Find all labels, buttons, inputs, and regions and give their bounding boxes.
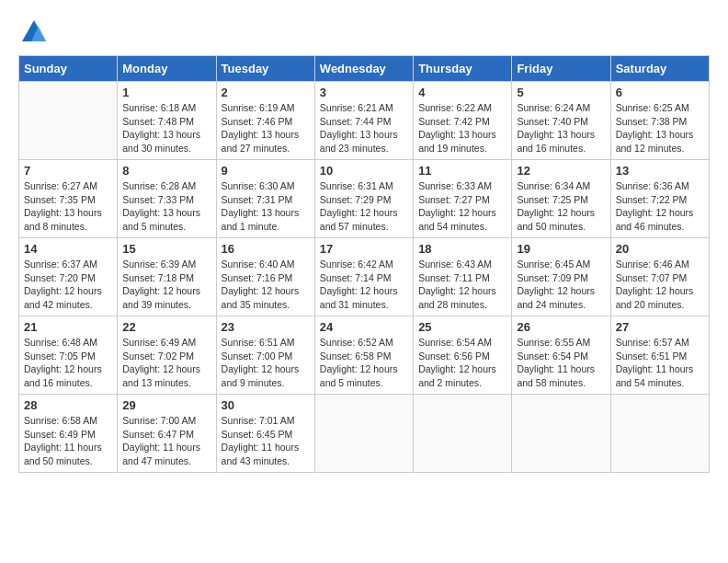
calendar-cell: 18Sunrise: 6:43 AM Sunset: 7:11 PM Dayli… [414, 238, 512, 316]
day-info: Sunrise: 6:21 AM Sunset: 7:44 PM Dayligh… [320, 101, 408, 155]
calendar-cell: 20Sunrise: 6:46 AM Sunset: 7:07 PM Dayli… [610, 238, 709, 316]
day-number: 9 [222, 164, 310, 178]
day-number: 20 [616, 242, 704, 256]
day-number: 5 [517, 86, 605, 99]
col-header-thursday: Thursday [414, 56, 512, 82]
calendar-cell: 27Sunrise: 6:57 AM Sunset: 6:51 PM Dayli… [610, 316, 709, 395]
calendar-week-row: 7Sunrise: 6:27 AM Sunset: 7:35 PM Daylig… [19, 160, 710, 238]
day-info: Sunrise: 6:24 AM Sunset: 7:40 PM Dayligh… [517, 101, 605, 155]
calendar-cell [314, 395, 413, 473]
day-number: 16 [222, 242, 310, 256]
day-number: 22 [122, 320, 210, 334]
day-info: Sunrise: 6:34 AM Sunset: 7:25 PM Dayligh… [517, 179, 605, 234]
col-header-sunday: Sunday [19, 56, 118, 82]
day-number: 27 [616, 320, 704, 334]
day-info: Sunrise: 6:51 AM Sunset: 7:00 PM Dayligh… [222, 336, 310, 390]
calendar-cell: 14Sunrise: 6:37 AM Sunset: 7:20 PM Dayli… [19, 238, 118, 316]
calendar-cell: 12Sunrise: 6:34 AM Sunset: 7:25 PM Dayli… [512, 160, 610, 238]
calendar-cell [19, 82, 118, 160]
day-number: 1 [122, 86, 210, 99]
col-header-tuesday: Tuesday [216, 56, 314, 82]
calendar-cell [610, 395, 709, 473]
calendar-cell: 5Sunrise: 6:24 AM Sunset: 7:40 PM Daylig… [512, 82, 610, 160]
calendar-cell: 25Sunrise: 6:54 AM Sunset: 6:56 PM Dayli… [414, 316, 512, 395]
day-number: 23 [222, 320, 310, 334]
calendar-table: SundayMondayTuesdayWednesdayThursdayFrid… [18, 55, 710, 473]
day-number: 25 [418, 320, 506, 334]
day-number: 18 [418, 242, 506, 256]
calendar-cell: 7Sunrise: 6:27 AM Sunset: 7:35 PM Daylig… [19, 160, 118, 238]
calendar-cell: 24Sunrise: 6:52 AM Sunset: 6:58 PM Dayli… [314, 316, 413, 395]
day-number: 14 [24, 242, 112, 256]
calendar-cell: 29Sunrise: 7:00 AM Sunset: 6:47 PM Dayli… [118, 395, 216, 473]
day-info: Sunrise: 6:22 AM Sunset: 7:42 PM Dayligh… [418, 101, 506, 155]
calendar-cell: 16Sunrise: 6:40 AM Sunset: 7:16 PM Dayli… [216, 238, 314, 316]
calendar-cell: 15Sunrise: 6:39 AM Sunset: 7:18 PM Dayli… [118, 238, 216, 316]
day-number: 2 [222, 86, 310, 99]
day-number: 10 [320, 164, 408, 178]
day-number: 3 [320, 86, 408, 99]
day-info: Sunrise: 6:30 AM Sunset: 7:31 PM Dayligh… [222, 179, 310, 234]
calendar-cell: 3Sunrise: 6:21 AM Sunset: 7:44 PM Daylig… [314, 82, 413, 160]
day-number: 15 [122, 242, 210, 256]
col-header-friday: Friday [512, 56, 610, 82]
day-info: Sunrise: 6:49 AM Sunset: 7:02 PM Dayligh… [122, 336, 210, 390]
day-info: Sunrise: 7:00 AM Sunset: 6:47 PM Dayligh… [122, 414, 210, 468]
day-number: 7 [24, 164, 112, 178]
day-number: 24 [320, 320, 408, 334]
day-info: Sunrise: 6:19 AM Sunset: 7:46 PM Dayligh… [222, 101, 310, 155]
day-info: Sunrise: 6:46 AM Sunset: 7:07 PM Dayligh… [616, 258, 704, 312]
calendar-week-row: 1Sunrise: 6:18 AM Sunset: 7:48 PM Daylig… [19, 82, 710, 160]
day-info: Sunrise: 6:18 AM Sunset: 7:48 PM Dayligh… [122, 101, 210, 155]
calendar-cell [414, 395, 512, 473]
day-info: Sunrise: 6:55 AM Sunset: 6:54 PM Dayligh… [517, 336, 605, 390]
day-number: 30 [222, 398, 310, 412]
calendar-cell: 6Sunrise: 6:25 AM Sunset: 7:38 PM Daylig… [610, 82, 709, 160]
calendar-cell: 2Sunrise: 6:19 AM Sunset: 7:46 PM Daylig… [216, 82, 314, 160]
day-info: Sunrise: 6:48 AM Sunset: 7:05 PM Dayligh… [24, 336, 112, 390]
day-number: 21 [24, 320, 112, 334]
logo [18, 18, 50, 46]
calendar-week-row: 21Sunrise: 6:48 AM Sunset: 7:05 PM Dayli… [19, 316, 710, 395]
day-info: Sunrise: 6:40 AM Sunset: 7:16 PM Dayligh… [222, 258, 310, 312]
day-number: 11 [418, 164, 506, 178]
calendar-cell: 9Sunrise: 6:30 AM Sunset: 7:31 PM Daylig… [216, 160, 314, 238]
day-info: Sunrise: 6:52 AM Sunset: 6:58 PM Dayligh… [320, 336, 408, 390]
day-number: 12 [517, 164, 605, 178]
calendar-cell: 23Sunrise: 6:51 AM Sunset: 7:00 PM Dayli… [216, 316, 314, 395]
day-number: 6 [616, 86, 704, 99]
calendar-header-row: SundayMondayTuesdayWednesdayThursdayFrid… [19, 56, 710, 82]
calendar-cell: 21Sunrise: 6:48 AM Sunset: 7:05 PM Dayli… [19, 316, 118, 395]
calendar-cell: 19Sunrise: 6:45 AM Sunset: 7:09 PM Dayli… [512, 238, 610, 316]
day-info: Sunrise: 6:58 AM Sunset: 6:49 PM Dayligh… [24, 414, 112, 468]
day-number: 13 [616, 164, 704, 178]
day-info: Sunrise: 6:28 AM Sunset: 7:33 PM Dayligh… [122, 179, 210, 234]
col-header-saturday: Saturday [610, 56, 709, 82]
calendar-cell: 26Sunrise: 6:55 AM Sunset: 6:54 PM Dayli… [512, 316, 610, 395]
day-info: Sunrise: 6:25 AM Sunset: 7:38 PM Dayligh… [616, 101, 704, 155]
calendar-cell: 30Sunrise: 7:01 AM Sunset: 6:45 PM Dayli… [216, 395, 314, 473]
day-info: Sunrise: 6:43 AM Sunset: 7:11 PM Dayligh… [418, 258, 506, 312]
calendar-cell: 10Sunrise: 6:31 AM Sunset: 7:29 PM Dayli… [314, 160, 413, 238]
calendar-cell: 8Sunrise: 6:28 AM Sunset: 7:33 PM Daylig… [118, 160, 216, 238]
day-number: 8 [122, 164, 210, 178]
calendar-cell: 4Sunrise: 6:22 AM Sunset: 7:42 PM Daylig… [414, 82, 512, 160]
calendar-cell: 28Sunrise: 6:58 AM Sunset: 6:49 PM Dayli… [19, 395, 118, 473]
calendar-week-row: 28Sunrise: 6:58 AM Sunset: 6:49 PM Dayli… [19, 395, 710, 473]
day-info: Sunrise: 6:36 AM Sunset: 7:22 PM Dayligh… [616, 179, 704, 234]
calendar-cell: 11Sunrise: 6:33 AM Sunset: 7:27 PM Dayli… [414, 160, 512, 238]
calendar-cell: 13Sunrise: 6:36 AM Sunset: 7:22 PM Dayli… [610, 160, 709, 238]
day-info: Sunrise: 6:31 AM Sunset: 7:29 PM Dayligh… [320, 179, 408, 234]
day-number: 28 [24, 398, 112, 412]
page-header [18, 18, 710, 46]
calendar-cell: 17Sunrise: 6:42 AM Sunset: 7:14 PM Dayli… [314, 238, 413, 316]
day-info: Sunrise: 6:37 AM Sunset: 7:20 PM Dayligh… [24, 258, 112, 312]
day-info: Sunrise: 6:54 AM Sunset: 6:56 PM Dayligh… [418, 336, 506, 390]
day-number: 19 [517, 242, 605, 256]
calendar-cell: 22Sunrise: 6:49 AM Sunset: 7:02 PM Dayli… [118, 316, 216, 395]
col-header-monday: Monday [118, 56, 216, 82]
day-info: Sunrise: 6:27 AM Sunset: 7:35 PM Dayligh… [24, 179, 112, 234]
calendar-week-row: 14Sunrise: 6:37 AM Sunset: 7:20 PM Dayli… [19, 238, 710, 316]
day-number: 29 [122, 398, 210, 412]
calendar-cell [512, 395, 610, 473]
